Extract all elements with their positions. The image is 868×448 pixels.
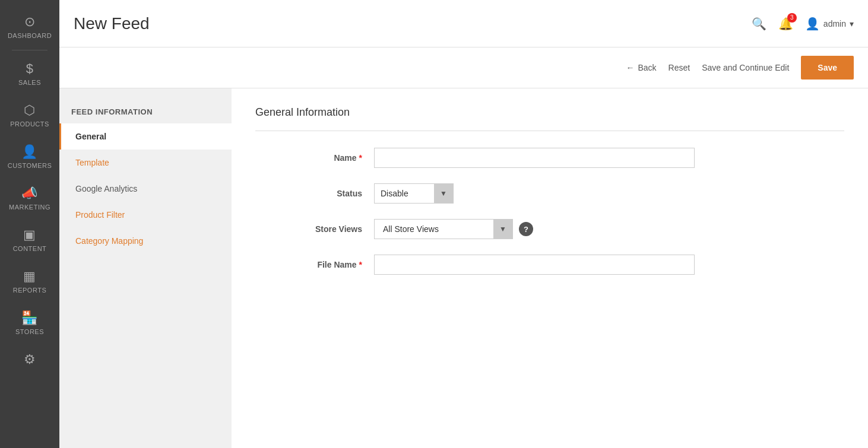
back-label: Back bbox=[638, 63, 656, 72]
sidebar-item-dashboard[interactable]: ⊙ DASHBOARD bbox=[0, 6, 59, 47]
save-continue-button[interactable]: Save and Continue Edit bbox=[702, 63, 789, 72]
marketing-icon: 📣 bbox=[21, 186, 38, 201]
status-select-wrap: Disable Enable ▼ bbox=[374, 183, 454, 204]
sidebar-item-label: DASHBOARD bbox=[8, 32, 52, 39]
store-views-help-icon[interactable]: ? bbox=[519, 222, 533, 236]
search-icon[interactable]: 🔍 bbox=[752, 17, 766, 31]
sidebar-item-label: STORES bbox=[15, 328, 44, 335]
store-views-select-wrap: All Store Views ▼ bbox=[374, 219, 513, 239]
sidebar-item-label: REPORTS bbox=[13, 287, 46, 294]
header-actions: 🔍 🔔 3 👤 admin ▾ bbox=[752, 17, 854, 31]
file-name-input[interactable] bbox=[374, 255, 695, 275]
status-label: Status bbox=[255, 189, 374, 198]
sidebar: ⊙ DASHBOARD $ SALES ⬡ PRODUCTS 👤 CUSTOME… bbox=[0, 0, 59, 448]
form-area: General Information Name* Status bbox=[232, 88, 868, 448]
sidebar-item-label: CUSTOMERS bbox=[8, 162, 52, 169]
form-divider bbox=[255, 131, 844, 131]
form-section-title: General Information bbox=[255, 106, 844, 119]
left-nav-item-google-analytics[interactable]: Google Analytics bbox=[59, 176, 232, 202]
sidebar-item-label: MARKETING bbox=[9, 204, 50, 211]
notification-bell[interactable]: 🔔 3 bbox=[778, 17, 793, 31]
name-field-row: Name* bbox=[255, 148, 844, 168]
left-nav-item-product-filter[interactable]: Product Filter bbox=[59, 202, 232, 228]
left-nav-section-title: FEED INFORMATION bbox=[59, 100, 232, 123]
reports-icon: ▦ bbox=[23, 269, 36, 284]
sidebar-item-stores[interactable]: 🏪 STORES bbox=[0, 302, 59, 344]
store-views-select-arrow[interactable]: ▼ bbox=[493, 220, 512, 239]
reset-button[interactable]: Reset bbox=[669, 63, 690, 72]
admin-user-menu[interactable]: 👤 admin ▾ bbox=[805, 17, 854, 31]
page-title: New Feed bbox=[74, 14, 150, 33]
content-area: FEED INFORMATION General Template Google… bbox=[59, 88, 868, 448]
admin-avatar-icon: 👤 bbox=[805, 17, 820, 31]
sidebar-item-label: CONTENT bbox=[13, 245, 47, 252]
status-control-wrap: Disable Enable ▼ bbox=[374, 183, 844, 204]
file-name-field-row: File Name* bbox=[255, 255, 844, 275]
left-nav-item-category-mapping[interactable]: Category Mapping bbox=[59, 228, 232, 254]
store-views-select[interactable]: All Store Views bbox=[375, 220, 493, 239]
customers-icon: 👤 bbox=[21, 144, 38, 160]
name-label: Name* bbox=[255, 153, 374, 163]
sidebar-item-label: SALES bbox=[18, 79, 41, 86]
name-control-wrap bbox=[374, 148, 844, 168]
top-header: New Feed 🔍 🔔 3 👤 admin ▾ bbox=[59, 0, 868, 47]
dashboard-icon: ⊙ bbox=[24, 14, 36, 30]
save-button[interactable]: Save bbox=[801, 56, 854, 80]
sidebar-item-label: PRODUCTS bbox=[10, 120, 49, 128]
store-views-control-wrap: All Store Views ▼ ? bbox=[374, 219, 844, 239]
sidebar-item-sales[interactable]: $ SALES bbox=[0, 53, 59, 94]
name-required-star: * bbox=[359, 153, 362, 163]
sidebar-item-products[interactable]: ⬡ PRODUCTS bbox=[0, 94, 59, 136]
file-name-label: File Name* bbox=[255, 260, 374, 269]
content-icon: ▣ bbox=[23, 227, 36, 243]
products-icon: ⬡ bbox=[24, 103, 36, 118]
main-area: New Feed 🔍 🔔 3 👤 admin ▾ ← Back Reset Sa… bbox=[59, 0, 868, 448]
status-select-arrow[interactable]: ▼ bbox=[434, 184, 453, 203]
back-button[interactable]: ← Back bbox=[626, 63, 656, 72]
store-views-field-row: Store Views All Store Views ▼ ? bbox=[255, 219, 844, 239]
sales-icon: $ bbox=[26, 61, 34, 77]
left-nav: FEED INFORMATION General Template Google… bbox=[59, 88, 232, 448]
sidebar-item-customers[interactable]: 👤 CUSTOMERS bbox=[0, 136, 59, 177]
store-views-label: Store Views bbox=[255, 224, 374, 234]
sidebar-item-marketing[interactable]: 📣 MARKETING bbox=[0, 177, 59, 219]
chevron-down-icon: ▾ bbox=[850, 19, 854, 28]
name-input[interactable] bbox=[374, 148, 695, 168]
sidebar-item-system[interactable]: ⚙ bbox=[0, 344, 59, 378]
sidebar-item-content[interactable]: ▣ CONTENT bbox=[0, 219, 59, 260]
notification-badge: 3 bbox=[787, 13, 797, 23]
left-nav-item-template[interactable]: Template bbox=[59, 150, 232, 176]
system-icon: ⚙ bbox=[24, 352, 36, 367]
back-arrow-icon: ← bbox=[626, 63, 634, 72]
status-field-row: Status Disable Enable ▼ bbox=[255, 183, 844, 204]
file-name-required-star: * bbox=[359, 260, 362, 269]
sidebar-item-reports[interactable]: ▦ REPORTS bbox=[0, 260, 59, 302]
action-bar: ← Back Reset Save and Continue Edit Save bbox=[59, 47, 868, 88]
file-name-control-wrap bbox=[374, 255, 844, 275]
left-nav-item-general[interactable]: General bbox=[59, 123, 232, 150]
admin-username: admin bbox=[823, 19, 846, 28]
status-select[interactable]: Disable Enable bbox=[375, 184, 434, 203]
stores-icon: 🏪 bbox=[21, 310, 38, 326]
